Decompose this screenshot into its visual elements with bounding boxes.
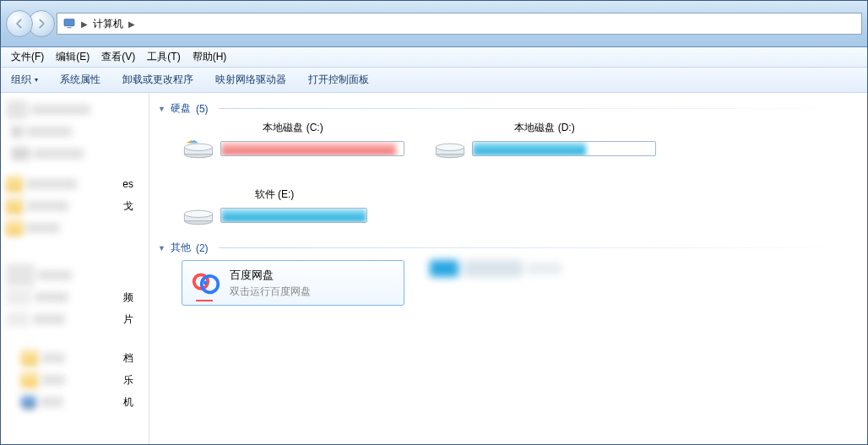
list-item[interactable]: 机 — [6, 392, 147, 412]
list-item[interactable]: 片 — [6, 309, 147, 329]
address-bar[interactable]: ▶ 计算机 ▶ — [57, 13, 862, 35]
arrow-left-icon — [14, 18, 25, 30]
drive-icon — [182, 205, 215, 225]
svg-rect-0 — [64, 19, 74, 26]
svg-point-4 — [184, 144, 212, 150]
group-header-hdd[interactable]: ▼ 硬盘 (5) — [158, 101, 860, 116]
capacity-bar — [220, 208, 367, 223]
group-count: (2) — [196, 242, 209, 254]
drive-label: 本地磁盘 (C:) — [182, 121, 404, 135]
group-label: 硬盘 — [171, 101, 191, 116]
drive-c[interactable]: 本地磁盘 (C:) — [182, 121, 404, 159]
other-row: 百度网盘 双击运行百度网盘 — [158, 260, 860, 306]
breadcrumb-root[interactable]: 计算机 — [93, 17, 123, 31]
arrow-right-icon — [35, 18, 47, 30]
drive-icon — [182, 138, 215, 159]
drive-label: 软件 (E:) — [182, 187, 367, 202]
back-button[interactable] — [6, 10, 33, 37]
breadcrumb-sep-icon: ▶ — [128, 19, 135, 29]
list-item[interactable]: 频 — [6, 287, 147, 307]
svg-point-10 — [184, 210, 212, 217]
drive-d[interactable]: 本地磁盘 (D:) — [433, 121, 656, 159]
toolbar-map-drive[interactable]: 映射网络驱动器 — [215, 73, 286, 87]
list-item[interactable] — [6, 265, 147, 285]
svg-point-7 — [436, 144, 464, 150]
collapse-icon: ▼ — [158, 105, 165, 113]
menu-tools[interactable]: 工具(T) — [145, 50, 190, 64]
other-sub: 双击运行百度网盘 — [230, 285, 311, 299]
drive-label: 本地磁盘 (D:) — [433, 121, 656, 135]
list-item[interactable] — [6, 122, 147, 142]
menu-bar: 文件(F) 编辑(E) 查看(V) 工具(T) 帮助(H) — [1, 47, 867, 68]
collapse-icon: ▼ — [158, 244, 165, 252]
toolbar-organize[interactable]: 组织 — [11, 73, 38, 87]
group-label: 其他 — [171, 241, 191, 255]
list-item[interactable]: es — [6, 174, 147, 194]
other-text: 百度网盘 双击运行百度网盘 — [230, 268, 311, 299]
nav-bar: ▶ 计算机 ▶ — [1, 1, 867, 47]
other-baidu[interactable]: 百度网盘 双击运行百度网盘 — [182, 260, 404, 306]
group-header-other[interactable]: ▼ 其他 (2) — [158, 241, 860, 255]
toolbar-uninstall[interactable]: 卸载或更改程序 — [122, 73, 193, 87]
content-pane: ▼ 硬盘 (5) 本地磁盘 (C:) 本地磁盘 (D:) — [149, 93, 867, 444]
menu-help[interactable]: 帮助(H) — [191, 50, 237, 64]
nav-sidebar: es 戈 频 片 档 乐 机 — [1, 93, 149, 444]
list-item[interactable] — [6, 100, 147, 120]
menu-view[interactable]: 查看(V) — [100, 50, 145, 64]
drive-row: 本地磁盘 (C:) 本地磁盘 (D:) 软件 (E: — [158, 121, 860, 225]
nav-buttons — [6, 10, 50, 37]
other-blurred[interactable] — [430, 260, 561, 277]
capacity-bar — [220, 141, 404, 156]
list-item[interactable]: 档 — [6, 348, 147, 368]
capacity-bar — [472, 141, 656, 156]
list-item[interactable] — [6, 218, 147, 238]
other-title: 百度网盘 — [230, 268, 311, 283]
group-count: (5) — [196, 103, 209, 115]
baidu-icon — [191, 268, 221, 298]
list-item[interactable]: 乐 — [6, 370, 147, 390]
drive-icon — [433, 138, 467, 159]
menu-file[interactable]: 文件(F) — [9, 50, 54, 64]
svg-rect-1 — [67, 27, 71, 28]
group-rule — [219, 247, 860, 248]
list-item[interactable] — [6, 144, 147, 164]
list-item[interactable]: 戈 — [6, 196, 147, 216]
main-split: es 戈 频 片 档 乐 机 ▼ 硬盘 (5) 本地磁盘 (C:) — [1, 93, 867, 444]
breadcrumb-sep-icon: ▶ — [81, 19, 88, 29]
group-rule — [219, 108, 860, 109]
drive-e[interactable]: 软件 (E:) — [182, 187, 367, 225]
toolbar: 组织 系统属性 卸载或更改程序 映射网络驱动器 打开控制面板 — [1, 68, 867, 93]
toolbar-control-panel[interactable]: 打开控制面板 — [308, 73, 369, 87]
toolbar-system-props[interactable]: 系统属性 — [60, 73, 100, 87]
menu-edit[interactable]: 编辑(E) — [54, 50, 100, 64]
computer-icon — [62, 17, 76, 30]
svg-point-13 — [203, 281, 208, 285]
